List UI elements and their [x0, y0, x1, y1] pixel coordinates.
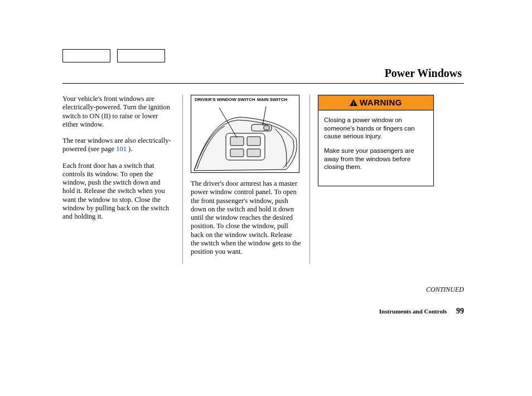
armrest-diagram: DRIVER'S WINDOW SWITCH MAIN SWITCH	[191, 95, 299, 173]
svg-rect-6	[264, 125, 269, 130]
body-text: Each front door has a switch that contro…	[62, 162, 173, 221]
page-link-101[interactable]: 101	[116, 145, 127, 153]
armrest-svg	[191, 95, 300, 173]
page-title: Power Windows	[62, 67, 464, 80]
warning-triangle-icon: !	[350, 99, 357, 106]
warning-text: Closing a power window on someone's hand…	[324, 116, 428, 140]
warning-text: Make sure your passengers are away from …	[324, 147, 428, 171]
warning-box: ! WARNING Closing a power window on some…	[318, 95, 434, 186]
svg-text:!: !	[352, 101, 355, 107]
svg-rect-3	[230, 149, 244, 157]
svg-rect-2	[247, 137, 260, 146]
warning-header: ! WARNING	[318, 95, 433, 110]
columns: Your vehicle's front windows are electri…	[62, 95, 464, 264]
page-number: 99	[456, 307, 464, 315]
section-name: Instruments and Controls	[379, 308, 447, 315]
pdf-nav-boxes	[62, 49, 165, 62]
nav-next-box[interactable]	[117, 49, 165, 62]
body-text: Your vehicle's front windows are electri…	[62, 95, 173, 129]
continued-label: CONTINUED	[426, 286, 464, 294]
warning-label: WARNING	[360, 98, 402, 108]
column-1: Your vehicle's front windows are electri…	[62, 95, 182, 264]
svg-rect-1	[230, 137, 244, 146]
svg-rect-4	[247, 149, 260, 157]
nav-prev-box[interactable]	[62, 49, 110, 62]
page-header: Power Windows	[62, 67, 464, 84]
page-footer: Instruments and Controls 99	[379, 307, 464, 316]
column-2: DRIVER'S WINDOW SWITCH MAIN SWITCH	[182, 95, 309, 264]
warning-body: Closing a power window on someone's hand…	[318, 110, 433, 185]
body-text: The driver's door armrest has a master p…	[191, 180, 302, 256]
column-3: ! WARNING Closing a power window on some…	[309, 95, 433, 264]
body-text: The rear windows are also electrically-p…	[62, 137, 173, 154]
